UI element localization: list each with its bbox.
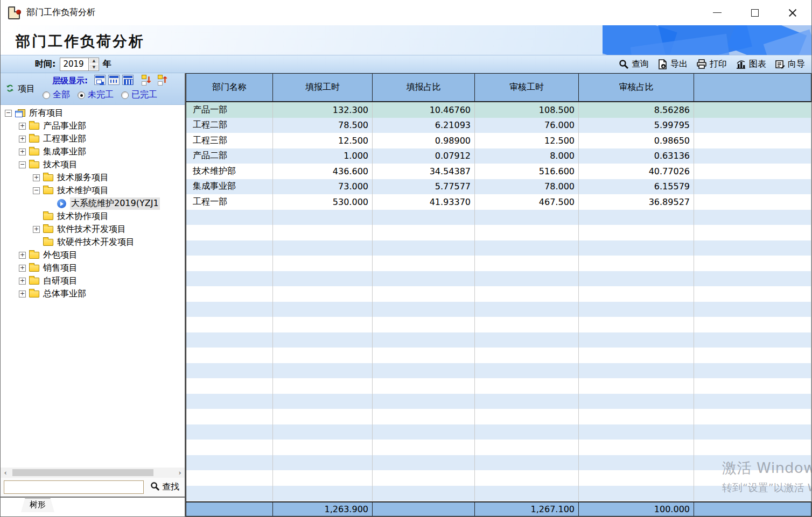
table-cell — [579, 378, 694, 394]
radio-未完工[interactable]: 未完工 — [78, 89, 114, 101]
year-input[interactable] — [60, 58, 88, 70]
table-empty-row[interactable] — [186, 317, 811, 332]
export-button[interactable]: 导出 — [654, 57, 691, 72]
tree-item[interactable]: +集成事业部 — [1, 145, 185, 158]
table-empty-row[interactable] — [186, 440, 811, 455]
table-empty-row[interactable] — [186, 302, 811, 317]
radio-全部[interactable]: 全部 — [43, 89, 70, 101]
table-empty-row[interactable] — [186, 486, 811, 501]
table-row[interactable]: 技术维护部436.60034.54387516.60040.77026 — [186, 164, 811, 179]
tree-item[interactable]: +自研项目 — [1, 274, 185, 287]
table-empty-row[interactable] — [186, 240, 811, 256]
table-empty-row[interactable] — [186, 394, 811, 409]
table-empty-row[interactable] — [186, 363, 811, 379]
wizard-button[interactable]: 向导 — [772, 57, 808, 72]
expand-icon[interactable]: + — [19, 265, 26, 272]
tree-item-label: 产品事业部 — [43, 121, 86, 132]
tab-tree-view[interactable]: 树形 — [21, 498, 54, 512]
tree-search-input[interactable] — [4, 480, 144, 494]
table-cell — [186, 486, 273, 501]
table-cell — [475, 302, 579, 317]
refresh-icon[interactable] — [6, 84, 14, 95]
table-cell: 5.99795 — [579, 118, 694, 133]
year-down-button[interactable]: ▼ — [89, 64, 99, 70]
table-empty-row[interactable] — [186, 378, 811, 394]
tree-item[interactable]: +销售项目 — [1, 261, 185, 274]
view-mode-list-icon[interactable] — [108, 75, 120, 85]
table-cell — [475, 240, 579, 256]
table-empty-row[interactable] — [186, 455, 811, 471]
column-header[interactable]: 审核工时 — [475, 74, 579, 101]
sort-descending-icon[interactable]: ↓ — [142, 75, 153, 86]
expand-icon[interactable]: + — [19, 136, 26, 143]
tree-item[interactable]: 大系统维护2019(YZJ1 — [1, 197, 185, 210]
expand-icon[interactable]: + — [19, 252, 26, 259]
view-mode-large-icon[interactable] — [94, 75, 106, 85]
table-cell — [694, 225, 811, 240]
print-button[interactable]: 打印 — [693, 57, 730, 72]
column-header[interactable]: 部门名称 — [186, 74, 273, 101]
table-row[interactable]: 工程二部78.5006.2109376.0005.99795 — [186, 118, 811, 133]
expand-icon[interactable]: + — [33, 226, 40, 233]
column-header[interactable]: 填报占比 — [373, 74, 475, 101]
table-row[interactable]: 产品二部1.0000.079128.0000.63136 — [186, 148, 811, 164]
expand-icon[interactable]: + — [33, 174, 40, 181]
table-cell — [273, 210, 373, 225]
table-empty-row[interactable] — [186, 225, 811, 240]
expand-icon[interactable]: + — [19, 291, 26, 298]
collapse-icon[interactable]: − — [5, 110, 12, 117]
table-empty-row[interactable] — [186, 256, 811, 271]
tree-item[interactable]: +总体事业部 — [1, 287, 185, 300]
radio-已完工[interactable]: 已完工 — [121, 89, 157, 101]
column-header[interactable] — [694, 74, 811, 101]
table-cell — [273, 424, 373, 440]
tree-item[interactable]: −所有项目 — [1, 107, 185, 119]
column-header[interactable]: 审核占比 — [579, 74, 694, 101]
scroll-left-icon[interactable]: ‹ — [1, 468, 10, 477]
table-empty-row[interactable] — [186, 332, 811, 348]
tree-search-button[interactable]: 查找 — [148, 480, 181, 494]
scrollbar-thumb[interactable] — [12, 469, 153, 476]
table-empty-row[interactable] — [186, 271, 811, 287]
table-row[interactable]: 工程一部530.00041.93370467.50036.89527 — [186, 194, 811, 210]
query-button[interactable]: 查询 — [615, 57, 652, 72]
close-button[interactable] — [774, 0, 811, 25]
table-empty-row[interactable] — [186, 348, 811, 363]
tree-item[interactable]: 技术协作项目 — [1, 210, 185, 223]
tree-item[interactable]: +技术服务项目 — [1, 171, 185, 184]
minimize-button[interactable] — [698, 0, 736, 25]
tree-item[interactable]: −技术项目 — [1, 158, 185, 171]
table-empty-row[interactable] — [186, 286, 811, 302]
table-empty-row[interactable] — [186, 470, 811, 486]
tree-horizontal-scrollbar[interactable]: ‹ › — [1, 468, 185, 478]
collapse-icon[interactable]: − — [33, 187, 40, 194]
tree-item[interactable]: −技术维护项目 — [1, 184, 185, 197]
table-empty-row[interactable] — [186, 409, 811, 424]
table-row[interactable]: 集成事业部73.0005.7757778.0006.15579 — [186, 179, 811, 195]
radio-label: 全部 — [53, 89, 70, 101]
maximize-button[interactable] — [736, 0, 774, 25]
tree-item[interactable]: +产品事业部 — [1, 119, 185, 132]
tree-item[interactable]: 软硬件技术开发项目 — [1, 236, 185, 249]
table-empty-row[interactable] — [186, 424, 811, 440]
year-unit-label: 年 — [102, 59, 111, 70]
expand-icon[interactable]: + — [19, 148, 26, 155]
year-up-button[interactable]: ▲ — [89, 58, 99, 65]
table-empty-row[interactable] — [186, 210, 811, 225]
tree-item[interactable]: +软件技术开发项目 — [1, 223, 185, 236]
table-row[interactable]: 工程三部12.5000.9890012.5000.98650 — [186, 133, 811, 148]
sort-ascending-icon[interactable]: ↑ — [158, 75, 170, 86]
sidebar-title: 项目 — [18, 83, 35, 95]
chart-button[interactable]: 图表 — [732, 57, 769, 72]
collapse-icon[interactable]: − — [19, 161, 26, 168]
column-header[interactable]: 填报工时 — [273, 74, 373, 101]
view-mode-detail-icon[interactable] — [122, 75, 134, 85]
expand-icon[interactable]: + — [19, 278, 26, 285]
table-cell — [273, 440, 373, 455]
table-row[interactable]: 产品一部132.30010.46760108.5008.56286 — [186, 102, 811, 118]
scroll-right-icon[interactable]: › — [175, 468, 185, 477]
tree-item[interactable]: +工程事业部 — [1, 132, 185, 145]
expand-icon[interactable]: + — [19, 123, 26, 130]
table-cell — [579, 210, 694, 225]
tree-item[interactable]: +外包项目 — [1, 249, 185, 261]
